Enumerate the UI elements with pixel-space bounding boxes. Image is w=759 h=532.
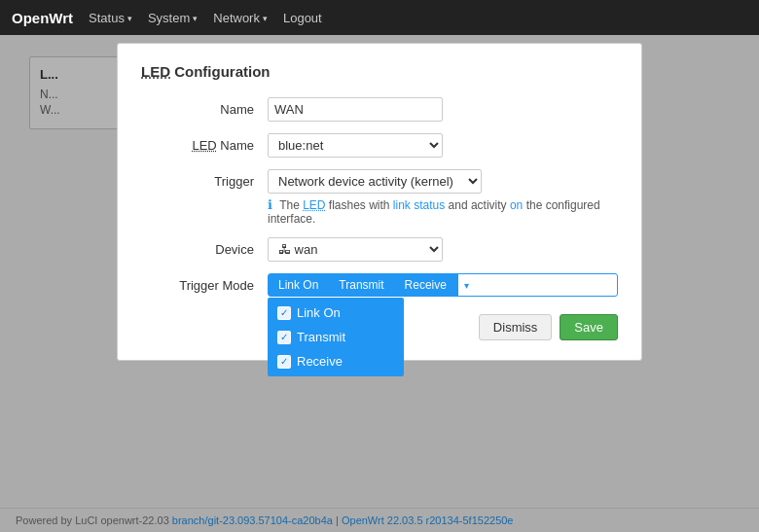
device-select[interactable]: 🖧 wan eth0 eth1 xyxy=(268,237,443,262)
help-led-word: LED xyxy=(303,198,325,212)
nav-system-arrow: ▾ xyxy=(193,14,198,23)
name-row: Name xyxy=(141,97,618,122)
nav-logout[interactable]: Logout xyxy=(283,11,322,25)
trigger-mode-dropdown: ✓ Link On ✓ Transmit ✓ Receive xyxy=(268,298,404,376)
device-input-wrap: 🖧 wan eth0 eth1 xyxy=(268,237,618,262)
pill-transmit[interactable]: Transmit xyxy=(329,274,394,296)
dismiss-button[interactable]: Dismiss xyxy=(479,314,553,340)
nav-network[interactable]: Network ▾ xyxy=(213,11,268,25)
pill-receive[interactable]: Receive xyxy=(395,274,457,296)
dropdown-receive[interactable]: ✓ Receive xyxy=(268,349,404,373)
led-config-modal: LED Configuration Name LED Name blue:net… xyxy=(117,43,642,361)
nav-system[interactable]: System ▾ xyxy=(148,11,198,25)
checkbox-transmit: ✓ xyxy=(277,331,291,344)
nav-network-arrow: ▾ xyxy=(263,14,268,23)
trigger-help-text: ℹ The LED flashes with link status and a… xyxy=(268,197,618,226)
pill-link-on[interactable]: Link On xyxy=(269,274,329,296)
help-icon: ℹ xyxy=(268,197,272,212)
led-name-label: LED Name xyxy=(141,133,268,153)
brand-logo[interactable]: OpenWrt xyxy=(12,10,73,26)
trigger-mode-wrap: Link On Transmit Receive ▾ ✓ Link On ✓ T… xyxy=(268,273,618,297)
trigger-input-wrap: Network device activity (kernel) none ti… xyxy=(268,169,618,226)
checkbox-link-on: ✓ xyxy=(277,306,291,320)
trigger-select[interactable]: Network device activity (kernel) none ti… xyxy=(268,169,482,194)
modal-title-led: LED xyxy=(141,63,170,80)
checkbox-receive: ✓ xyxy=(277,355,291,369)
nav-status-arrow: ▾ xyxy=(127,14,132,23)
trigger-mode-label: Trigger Mode xyxy=(141,273,268,293)
led-name-row: LED Name blue:net red:usb green:wlan xyxy=(141,133,618,158)
led-label-led: LED xyxy=(192,138,216,153)
trigger-row: Trigger Network device activity (kernel)… xyxy=(141,169,618,226)
trigger-mode-dropdown-btn[interactable]: ▾ xyxy=(457,274,475,296)
name-input[interactable] xyxy=(268,97,443,122)
device-row: Device 🖧 wan eth0 eth1 xyxy=(141,237,618,262)
dropdown-transmit[interactable]: ✓ Transmit xyxy=(268,325,404,349)
help-link-status: link status xyxy=(393,198,445,212)
modal-title: LED Configuration xyxy=(141,63,618,80)
name-input-wrap xyxy=(268,97,618,122)
device-label: Device xyxy=(141,237,268,257)
help-on-word: on xyxy=(510,198,523,212)
trigger-label: Trigger xyxy=(141,169,268,189)
modal-overlay: LED Configuration Name LED Name blue:net… xyxy=(0,35,759,532)
led-name-select[interactable]: blue:net red:usb green:wlan xyxy=(268,133,443,158)
name-label: Name xyxy=(141,97,268,117)
save-button[interactable]: Save xyxy=(560,314,618,340)
trigger-mode-pills: Link On Transmit Receive ▾ xyxy=(268,273,618,297)
nav-status[interactable]: Status ▾ xyxy=(89,11,132,25)
trigger-mode-row: Trigger Mode Link On Transmit Receive ▾ … xyxy=(141,273,618,297)
led-name-input-wrap: blue:net red:usb green:wlan xyxy=(268,133,618,158)
dropdown-link-on[interactable]: ✓ Link On xyxy=(268,301,404,325)
navbar: OpenWrt Status ▾ System ▾ Network ▾ Logo… xyxy=(0,0,759,35)
